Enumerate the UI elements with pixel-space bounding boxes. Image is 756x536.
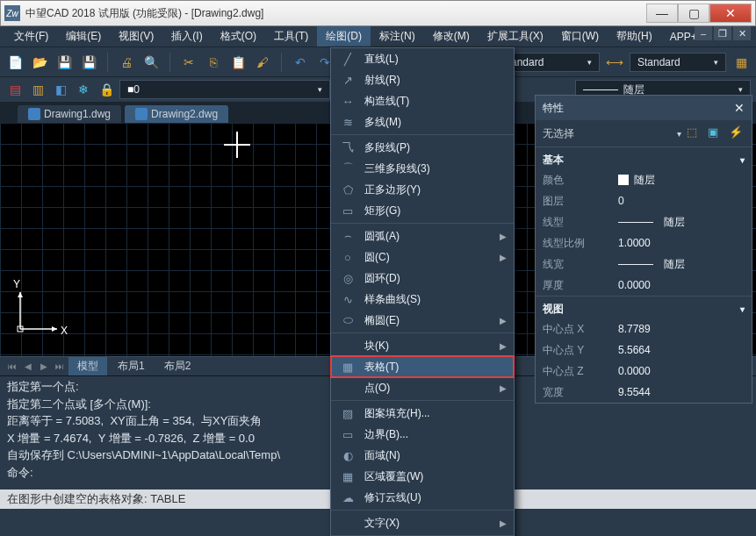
menu-9[interactable]: 扩展工具(X) (479, 26, 552, 46)
prop-row[interactable]: 图层0 (536, 190, 752, 211)
menu-item[interactable]: ∿样条曲线(S) (331, 289, 514, 310)
menu-item[interactable]: ▭矩形(G) (331, 200, 514, 221)
menu-11[interactable]: 帮助(H) (608, 26, 661, 46)
menu-item[interactable]: ▦表格(T) (331, 356, 514, 377)
menu-item[interactable]: 点(O)▶ (331, 377, 514, 398)
quickselect-icon[interactable]: ⬚ (687, 125, 702, 141)
color-swatch (618, 175, 629, 185)
prop-row[interactable]: 宽度9.5544 (536, 382, 752, 403)
tab-first-icon[interactable]: ⏮ (5, 360, 19, 374)
close-button[interactable]: ✕ (709, 4, 752, 23)
menu-item[interactable]: ↔构造线(T) (331, 90, 514, 111)
toggle-icon[interactable]: ⚡ (729, 125, 745, 141)
menu-item[interactable]: ↗射线(R) (331, 69, 514, 90)
menu-item[interactable]: ⌒三维多段线(3) (331, 158, 514, 179)
menu-item[interactable]: ◎圆环(D) (331, 268, 514, 289)
prop-row[interactable]: 颜色随层 (536, 169, 752, 190)
matchprop-icon[interactable]: 🖌 (253, 53, 272, 72)
menu-2[interactable]: 视图(V) (110, 26, 162, 46)
copy-icon[interactable]: ⎘ (204, 53, 223, 72)
save-icon[interactable]: 💾 (54, 53, 74, 72)
prop-row[interactable]: 中心点 Z0.0000 (536, 361, 752, 382)
selection-label[interactable]: 无选择 (543, 126, 672, 141)
tab-next-icon[interactable]: ▶ (37, 360, 51, 374)
chevron-down-icon[interactable]: ▾ (677, 129, 681, 139)
crosshair-cursor (224, 132, 250, 158)
menu-4[interactable]: 格式(O) (212, 26, 265, 46)
close-icon[interactable]: ✕ (734, 101, 745, 115)
doc-close-button[interactable]: ✕ (733, 26, 751, 40)
menu-item[interactable]: ⬭椭圆(E)▶ (331, 310, 514, 331)
menu-item[interactable]: 块(K)▶ (331, 335, 514, 356)
menu-6[interactable]: 绘图(D) (317, 26, 371, 46)
menu-item[interactable]: ○圆(C)▶ (331, 247, 514, 268)
menu-item[interactable]: ☁修订云线(U) (331, 487, 514, 508)
menu-10[interactable]: 窗口(W) (552, 26, 608, 46)
menuitem-icon: ☁ (338, 491, 357, 504)
menu-0[interactable]: 文件(F) (5, 26, 57, 46)
prop-row[interactable]: 中心点 Y5.5664 (536, 339, 752, 361)
menu-5[interactable]: 工具(T) (265, 26, 317, 46)
layerlock-icon[interactable]: 🔒 (97, 80, 116, 99)
textstyle-combo[interactable]: andard▾ (503, 53, 600, 72)
print-icon[interactable]: 🖨 (117, 53, 136, 72)
menu-3[interactable]: 插入(I) (162, 26, 211, 46)
menuitem-icon: ⌢ (338, 229, 357, 243)
menu-8[interactable]: 修改(M) (424, 26, 479, 46)
menu-item[interactable]: ▨图案填充(H)... (331, 403, 514, 424)
preview-icon[interactable]: 🔍 (141, 53, 161, 72)
prop-row[interactable]: 线型随层 (536, 211, 752, 232)
prop-row[interactable]: 线型比例1.0000 (536, 232, 752, 254)
menu-item[interactable]: ⬠正多边形(Y) (331, 179, 514, 200)
prop-section-header[interactable]: 视图▾ (536, 296, 752, 318)
prop-row[interactable]: 中心点 X8.7789 (536, 318, 752, 339)
document-tab[interactable]: Drawing1.dwg (18, 105, 121, 123)
menu-item[interactable]: ╱直线(L) (331, 48, 514, 69)
prop-row[interactable]: 厚度0.0000 (536, 275, 752, 296)
paste-icon[interactable]: 📋 (228, 53, 248, 72)
tab-prev-icon[interactable]: ◀ (21, 360, 35, 374)
select-icon[interactable]: ▣ (708, 125, 724, 141)
menu-7[interactable]: 标注(N) (371, 26, 424, 46)
menu-item[interactable]: ▦区域覆盖(W) (331, 466, 514, 487)
app-icon: Zw (4, 5, 20, 21)
menuitem-icon: ↗ (338, 74, 357, 87)
maximize-button[interactable]: ▢ (678, 4, 709, 23)
minimize-button[interactable]: — (646, 4, 678, 23)
table-icon[interactable]: ▦ (731, 53, 751, 72)
menu-item[interactable]: 文字(X)▶ (331, 512, 514, 533)
dimstyle-combo[interactable]: Standard▾ (630, 53, 726, 72)
layout-tab[interactable]: 模型 (68, 357, 107, 375)
prop-row[interactable]: 线宽随层 (536, 254, 752, 275)
open-icon[interactable]: 📂 (30, 53, 49, 72)
layerprops-icon[interactable]: ▤ (5, 80, 25, 99)
layerfreeze-icon[interactable]: ❄ (74, 80, 93, 99)
dim-icon[interactable]: ⟷ (605, 53, 624, 72)
menu-item[interactable]: ◐面域(N) (331, 445, 514, 466)
menu-1[interactable]: 编辑(E) (57, 26, 110, 46)
tab-last-icon[interactable]: ⏭ (53, 360, 67, 374)
menu-item[interactable]: ▭边界(B)... (331, 424, 514, 445)
saveas-icon[interactable]: 💾 (79, 53, 98, 72)
layer-combo[interactable]: ■ 0 ▾ (119, 80, 330, 99)
new-icon[interactable]: 📄 (5, 53, 25, 72)
doc-minimize-button[interactable]: – (695, 26, 712, 40)
menuitem-icon: ○ (338, 251, 357, 264)
layout-tab[interactable]: 布局2 (155, 357, 200, 375)
undo-icon[interactable]: ↶ (291, 53, 310, 72)
menuitem-label: 多段线(P) (357, 140, 507, 155)
layeriso-icon[interactable]: ◧ (51, 80, 70, 99)
document-tab[interactable]: Drawing2.dwg (125, 105, 228, 123)
menu-item[interactable]: ⌢圆弧(A)▶ (331, 225, 514, 247)
submenu-arrow-icon: ▶ (500, 316, 507, 325)
doc-restore-button[interactable]: ❐ (714, 26, 731, 40)
prop-section-header[interactable]: 基本▾ (536, 147, 752, 169)
layout-tab[interactable]: 布局1 (109, 357, 154, 375)
prop-value: 1.0000 (618, 237, 651, 249)
menu-item[interactable]: ≋多线(M) (331, 111, 514, 132)
menu-item[interactable]: ⺄多段线(P) (331, 137, 514, 158)
cut-icon[interactable]: ✂ (179, 53, 198, 72)
prop-key: 宽度 (543, 385, 618, 400)
menuitem-icon: ∿ (338, 293, 357, 306)
layerstate-icon[interactable]: ▥ (28, 80, 47, 99)
